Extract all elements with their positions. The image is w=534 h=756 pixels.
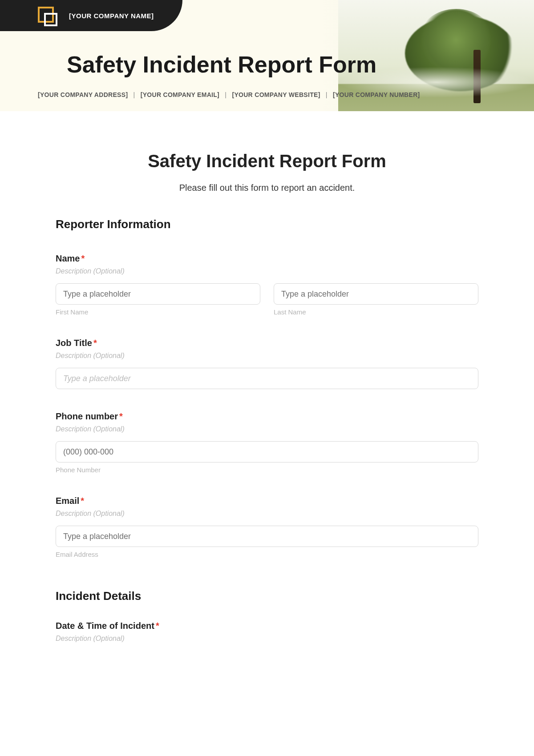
- field-name: Name* Description (Optional) First Name …: [56, 253, 478, 316]
- banner-title: Safety Incident Report Form: [67, 51, 376, 78]
- meta-sep: |: [134, 91, 135, 98]
- required-mark: *: [93, 338, 97, 348]
- email-label-text: Email: [56, 496, 79, 506]
- name-description: Description (Optional): [56, 267, 478, 275]
- datetime-label-text: Date & Time of Incident: [56, 621, 154, 631]
- page: [YOUR COMPANY NAME] Safety Incident Repo…: [0, 0, 534, 756]
- section-reporter-heading: Reporter Information: [56, 217, 478, 231]
- name-label-text: Name: [56, 253, 80, 263]
- name-label: Name*: [56, 253, 478, 264]
- company-logo-icon: [38, 7, 57, 26]
- required-mark: *: [119, 411, 123, 421]
- job-title-label-text: Job Title: [56, 338, 92, 348]
- section-incident-heading: Incident Details: [56, 589, 478, 603]
- email-label: Email*: [56, 496, 478, 506]
- meta-number: [YOUR COMPANY NUMBER]: [333, 91, 420, 98]
- required-mark: *: [156, 621, 159, 631]
- phone-input[interactable]: [56, 441, 478, 462]
- job-title-label: Job Title*: [56, 338, 478, 348]
- job-title-description: Description (Optional): [56, 352, 478, 360]
- first-name-sublabel: First Name: [56, 308, 260, 316]
- email-description: Description (Optional): [56, 510, 478, 518]
- meta-sep: |: [326, 91, 328, 98]
- meta-email: [YOUR COMPANY EMAIL]: [141, 91, 219, 98]
- datetime-label: Date & Time of Incident*: [56, 621, 478, 631]
- first-name-input[interactable]: [56, 283, 260, 305]
- phone-description: Description (Optional): [56, 425, 478, 433]
- field-job-title: Job Title* Description (Optional): [56, 338, 478, 389]
- tree-canopy: [418, 9, 494, 71]
- field-phone: Phone number* Description (Optional) Pho…: [56, 411, 478, 474]
- banner: [YOUR COMPANY NAME] Safety Incident Repo…: [0, 0, 534, 111]
- field-email: Email* Description (Optional) Email Addr…: [56, 496, 478, 558]
- job-title-input[interactable]: [56, 368, 478, 389]
- last-name-input[interactable]: [274, 283, 478, 305]
- banner-meta: [YOUR COMPANY ADDRESS] | [YOUR COMPANY E…: [38, 91, 420, 98]
- phone-sublabel: Phone Number: [56, 466, 478, 474]
- phone-label: Phone number*: [56, 411, 478, 422]
- meta-address: [YOUR COMPANY ADDRESS]: [38, 91, 128, 98]
- banner-topbar: [YOUR COMPANY NAME]: [0, 0, 182, 31]
- email-input[interactable]: [56, 526, 478, 547]
- form-body: Safety Incident Report Form Please fill …: [0, 111, 534, 643]
- phone-label-text: Phone number: [56, 411, 118, 421]
- meta-website: [YOUR COMPANY WEBSITE]: [232, 91, 320, 98]
- datetime-description: Description (Optional): [56, 635, 478, 643]
- page-title: Safety Incident Report Form: [56, 151, 478, 171]
- meta-sep: |: [225, 91, 227, 98]
- last-name-sublabel: Last Name: [274, 308, 478, 316]
- field-datetime: Date & Time of Incident* Description (Op…: [56, 621, 478, 643]
- email-sublabel: Email Address: [56, 551, 478, 558]
- required-mark: *: [81, 496, 84, 506]
- company-name: [YOUR COMPANY NAME]: [69, 12, 154, 20]
- page-subtitle: Please fill out this form to report an a…: [56, 183, 478, 193]
- required-mark: *: [81, 253, 85, 263]
